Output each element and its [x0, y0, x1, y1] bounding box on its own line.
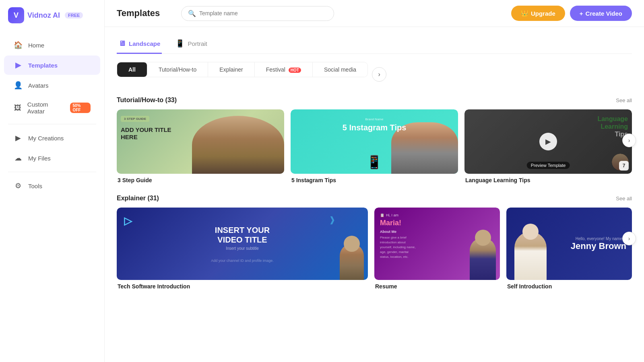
template-card-resume[interactable]: 📋 Hi, I am Maria! About Me Please give a…: [374, 208, 500, 290]
explainer-section-header: Explainer (31) See all: [117, 195, 632, 202]
cat-btn-explainer[interactable]: Explainer: [208, 62, 254, 77]
thumb-inner-language: LanguageLearningTips ▶ Preview Template …: [464, 109, 632, 174]
person-3step: [192, 109, 284, 174]
explainer-see-all[interactable]: See all: [616, 195, 632, 202]
tech-avatar: [340, 244, 364, 280]
template-card-language[interactable]: LanguageLearningTips ▶ Preview Template …: [464, 109, 632, 183]
cat-btn-all[interactable]: All: [117, 62, 147, 77]
tab-landscape-label: Landscape: [129, 40, 160, 47]
intro-greeting: Hello, everyone! My name is: [571, 237, 626, 241]
template-thumb-intro: Hello, everyone! My name is Jenny Brown: [506, 208, 632, 280]
tutorial-see-all[interactable]: See all: [616, 97, 632, 103]
upgrade-button[interactable]: 👑 Upgrade: [511, 6, 565, 21]
cat-btn-festival[interactable]: Festival HOT: [255, 62, 313, 77]
custom-avatar-icon: 🖼: [14, 104, 22, 112]
tech-footer: Add your channel ID and profile image.: [211, 259, 274, 263]
sidebar-label-avatars: Avatars: [28, 82, 49, 89]
tutorial-section-header: Tutorial/How-to (33) See all: [117, 97, 632, 104]
preview-overlay-language: ▶ Preview Template: [464, 109, 632, 174]
tech-arrow-icon: ▷: [124, 215, 132, 227]
explainer-template-row: INSERT YOURVIDEO TITLE Insert your subti…: [117, 208, 632, 290]
sidebar-label-tools: Tools: [28, 183, 42, 189]
create-video-label: Create Video: [586, 10, 622, 17]
search-bar: 🔍: [181, 6, 334, 21]
category-next-arrow[interactable]: ›: [372, 67, 386, 82]
search-input[interactable]: [199, 10, 327, 16]
page-title: Templates: [117, 8, 173, 19]
sidebar-label-custom-avatar: Custom Avatar: [27, 101, 63, 115]
portrait-icon: 📱: [175, 39, 184, 48]
thumb-inner-resume: 📋 Hi, I am Maria! About Me Please give a…: [374, 208, 500, 280]
card-title-3step: ADD YOUR TITLEHERE: [121, 126, 171, 141]
template-label-tech: Tech Software Introduction: [117, 283, 368, 290]
resume-name: Maria!: [380, 219, 494, 227]
sidebar-item-home[interactable]: 🏠 Home: [4, 35, 100, 55]
tab-landscape[interactable]: 🖥 Landscape: [117, 35, 162, 54]
sidebar-divider-2: [8, 172, 96, 172]
template-label-language: Language Learning Tips: [464, 177, 632, 183]
search-icon: 🔍: [188, 10, 196, 17]
resume-about: About Me: [380, 230, 494, 234]
cat-btn-social[interactable]: Social media: [313, 62, 367, 77]
category-filter: All Tutorial/How-to Explainer Festival H…: [117, 62, 368, 77]
my-creations-icon: ▶: [14, 134, 23, 142]
plus-icon: +: [580, 10, 583, 17]
tutorial-template-row: 3 STEP GUIDE ADD YOUR TITLEHERE 3 Step G…: [117, 109, 632, 183]
orientation-tabs: 🖥 Landscape 📱 Portrait: [117, 35, 632, 54]
template-thumb-instagram: Brand Name 5 Instagram Tips 📱: [291, 109, 458, 174]
avatars-icon: 👤: [14, 81, 23, 90]
custom-avatar-badge: 50% OFF: [70, 103, 91, 113]
explainer-row-arrow[interactable]: ›: [622, 232, 636, 245]
template-thumb-language: LanguageLearningTips ▶ Preview Template …: [464, 109, 632, 174]
template-card-intro[interactable]: Hello, everyone! My name is Jenny Brown …: [506, 208, 632, 290]
sidebar-label-my-creations: My Creations: [28, 135, 64, 142]
create-video-button[interactable]: + Create Video: [570, 6, 632, 21]
resume-greeting: Hi, I am: [386, 213, 398, 217]
template-thumb-tech: INSERT YOURVIDEO TITLE Insert your subti…: [117, 208, 368, 280]
template-card-3step[interactable]: 3 STEP GUIDE ADD YOUR TITLEHERE 3 Step G…: [117, 109, 284, 183]
resume-body: Please give a briefintroduction aboutyou…: [380, 235, 494, 259]
template-card-instagram[interactable]: Brand Name 5 Instagram Tips 📱 5 Instagra…: [291, 109, 458, 183]
template-label-3step: 3 Step Guide: [117, 177, 284, 183]
sidebar-divider: [8, 124, 96, 124]
main-content: Templates 🔍 👑 Upgrade + Create Video 🖥 L…: [105, 0, 644, 362]
explainer-section-title: Explainer (31): [117, 195, 159, 202]
tech-subtitle: Insert your subtitle: [211, 246, 274, 251]
sidebar-item-my-files[interactable]: ☁ My Files: [4, 148, 100, 168]
thumb-inner-intro: Hello, everyone! My name is Jenny Brown: [506, 208, 632, 280]
sidebar-label-templates: Templates: [28, 62, 58, 69]
tab-portrait-label: Portrait: [188, 40, 207, 47]
sidebar-label-home: Home: [28, 42, 44, 49]
tutorial-section-title: Tutorial/How-to (33): [117, 97, 177, 104]
cat-btn-tutorial[interactable]: Tutorial/How-to: [147, 62, 208, 77]
tech-title: INSERT YOURVIDEO TITLE: [211, 225, 274, 245]
template-card-tech[interactable]: INSERT YOURVIDEO TITLE Insert your subti…: [117, 208, 368, 290]
sidebar-item-templates[interactable]: ▶ Templates: [4, 56, 100, 75]
sidebar-item-avatars[interactable]: 👤 Avatars: [4, 76, 100, 95]
sidebar-item-custom-avatar[interactable]: 🖼 Custom Avatar 50% OFF: [4, 96, 100, 120]
home-icon: 🏠: [14, 41, 23, 49]
logo-text: Vidnoz AI: [27, 11, 60, 20]
template-label-intro: Self Introduction: [506, 283, 632, 290]
brand-tag-3step: 3 STEP GUIDE: [121, 116, 149, 122]
sidebar-item-my-creations[interactable]: ▶ My Creations: [4, 128, 100, 148]
tab-portrait[interactable]: 📱 Portrait: [174, 35, 208, 54]
free-badge: FREE: [65, 12, 83, 19]
logo-letter: V: [14, 11, 19, 20]
tools-icon: ⚙: [14, 181, 23, 190]
phone-icon: 📱: [366, 154, 382, 170]
template-thumb-3step: 3 STEP GUIDE ADD YOUR TITLEHERE: [117, 109, 284, 174]
content-area: 🖥 Landscape 📱 Portrait All Tutorial/How-…: [105, 27, 644, 362]
sidebar-item-tools[interactable]: ⚙ Tools: [4, 176, 100, 195]
thumb-inner-3step: 3 STEP GUIDE ADD YOUR TITLEHERE: [117, 109, 284, 174]
landscape-icon: 🖥: [118, 39, 126, 48]
play-button-language: ▶: [539, 133, 557, 150]
tech-shape: ❱: [329, 215, 336, 224]
tutorial-row-arrow[interactable]: ›: [622, 134, 636, 147]
sidebar: V Vidnoz AI FREE 🏠 Home ▶ Templates 👤 Av…: [0, 0, 105, 362]
header-actions: 👑 Upgrade + Create Video: [511, 6, 632, 21]
hot-badge: HOT: [289, 68, 301, 73]
logo-icon: V: [8, 7, 24, 23]
thumb-inner-tech: INSERT YOURVIDEO TITLE Insert your subti…: [117, 208, 368, 280]
thumb-inner-instagram: Brand Name 5 Instagram Tips 📱: [291, 109, 458, 174]
